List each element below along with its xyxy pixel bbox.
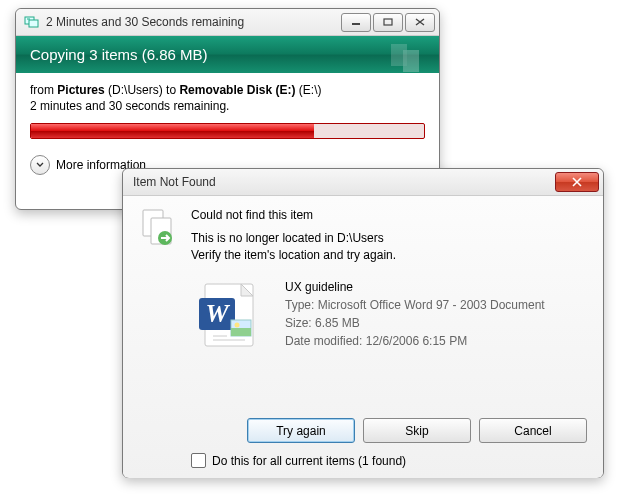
progress-bar [30,123,425,139]
try-again-button[interactable]: Try again [247,418,355,443]
maximize-button[interactable] [373,13,403,32]
error-top: Could not find this item This is no long… [139,208,587,264]
error-heading: Could not find this item [191,208,587,222]
copy-path-line: from Pictures (D:\Users) to Removable Di… [30,83,425,97]
svg-rect-2 [352,23,360,25]
copy-header: Copying 3 items (6.86 MB) [16,36,439,73]
error-dialog: Item Not Found Could not find this item … [122,168,604,478]
skip-button[interactable]: Skip [363,418,471,443]
window-title: 2 Minutes and 30 Seconds remaining [46,15,341,29]
file-section: W UX guideline Type: Microsoft Office Wo… [191,278,587,358]
close-button[interactable] [405,13,435,32]
file-modified: Date modified: 12/6/2006 6:15 PM [285,332,587,350]
chevron-down-icon[interactable] [30,155,50,175]
copy-files-icon [139,208,179,264]
do-for-all-checkbox[interactable] [191,453,206,468]
copy-header-text: Copying 3 items (6.86 MB) [30,46,208,63]
svg-rect-1 [29,20,38,27]
svg-rect-13 [231,328,251,336]
file-size: Size: 6.85 MB [285,314,587,332]
button-row: Try again Skip Cancel [139,418,587,443]
error-body: Could not find this item This is no long… [123,196,603,478]
error-messages: Could not find this item This is no long… [191,208,587,264]
file-info: UX guideline Type: Microsoft Office Word… [285,278,587,358]
titlebar[interactable]: 2 Minutes and 30 Seconds remaining [16,9,439,36]
checkbox-row: Do this for all current items (1 found) [191,453,587,468]
error-title: Item Not Found [133,175,555,189]
svg-text:W: W [205,299,230,328]
progress-fill [31,124,314,138]
cancel-button[interactable]: Cancel [479,418,587,443]
error-titlebar[interactable]: Item Not Found [123,169,603,196]
svg-point-14 [235,322,240,327]
file-name: UX guideline [285,278,587,296]
svg-rect-5 [403,50,419,72]
file-type: Type: Microsoft Office Word 97 - 2003 Do… [285,296,587,314]
close-button[interactable] [555,172,599,192]
time-remaining: 2 minutes and 30 seconds remaining. [30,99,425,113]
window-controls [341,13,435,32]
word-document-icon: W [191,278,271,358]
minimize-button[interactable] [341,13,371,32]
error-detail: This is no longer located in D:\Users Ve… [191,230,587,264]
copy-decor-icon [389,40,429,74]
checkbox-label[interactable]: Do this for all current items (1 found) [212,454,406,468]
copy-icon [24,14,40,30]
svg-rect-3 [384,19,392,25]
